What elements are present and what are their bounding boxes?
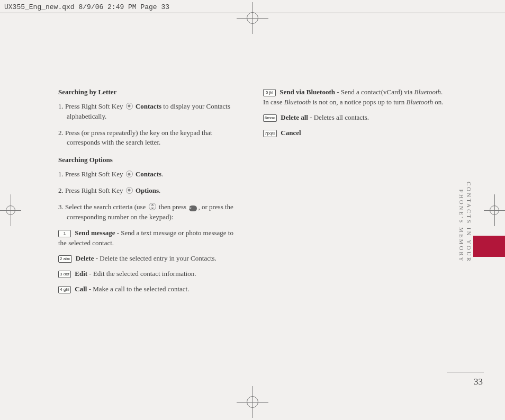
bluetooth-term: Bluetooth: [414, 88, 441, 96]
option-label: Send via Bluetooth: [279, 88, 335, 96]
step-text: 1. Press Right Soft Key: [58, 102, 125, 110]
step-text: then press: [159, 203, 188, 211]
softkey-icon: [126, 171, 133, 177]
option-desc: - Delete the selected entry in your Cont…: [94, 254, 216, 262]
keycap-3-icon: 3 def: [58, 271, 71, 278]
keycap-4-icon: 4 ghi: [58, 286, 71, 293]
option-desc: on.: [433, 98, 444, 106]
step-text: .: [159, 186, 160, 194]
option-label: Send message: [75, 229, 115, 237]
page-number: 33: [474, 377, 483, 387]
heading-searching-options: Searching Options: [58, 155, 242, 165]
option-delete-all: 6mno Delete all - Deletes all contacts.: [263, 113, 447, 123]
ok-icon: OK: [189, 205, 197, 211]
option-label: Edit: [75, 270, 87, 278]
heading-searching-by-letter: Searching by Letter: [58, 87, 242, 97]
option-label: Delete all: [281, 113, 308, 121]
options-step-2: 2. Press Right Soft Key Options.: [58, 186, 242, 196]
step-text: 1. Press Right Soft Key: [58, 170, 125, 178]
softkey-icon: [126, 187, 133, 194]
file-slug: UX355_Eng_new.qxd 8/9/06 2:49 PM Page 33: [4, 3, 169, 11]
registration-mark-top: [237, 2, 268, 34]
option-send-message: 1 Send message - Send a text message or …: [58, 228, 242, 248]
keycap-7-icon: 7pqrs: [263, 130, 277, 137]
keycap-1-icon: 1: [58, 230, 71, 237]
step-text: 3. Select the search criteria (use: [58, 203, 148, 211]
option-cancel: 7pqrs Cancel: [263, 128, 447, 138]
right-column: 5 jkl Send via Bluetooth - Send a contac…: [263, 87, 447, 300]
keycap-6-icon: 6mno: [263, 114, 277, 122]
option-label: Cancel: [281, 129, 301, 137]
options-step-1: 1. Press Right Soft Key Contacts.: [58, 169, 242, 180]
softkey-label: Options: [136, 186, 159, 194]
option-desc: - Edit the selected contact information.: [87, 270, 196, 278]
registration-mark-left: [0, 194, 21, 226]
running-head-line: CONTACTS IN YOUR: [466, 182, 472, 263]
page-content: Searching by Letter 1. Press Right Soft …: [21, 32, 484, 388]
trim-line: [0, 13, 505, 13]
option-send-bluetooth: 5 jkl Send via Bluetooth - Send a contac…: [263, 87, 447, 108]
option-call: 4 ghi Call - Make a call to the selected…: [58, 284, 242, 294]
bluetooth-term: Bluetooth: [284, 98, 311, 106]
softkey-label: Contacts: [136, 170, 161, 178]
option-desc: - Send a contact(vCard) via: [335, 88, 414, 96]
option-label: Delete: [76, 254, 94, 262]
options-step-3: 3. Select the search criteria (use then …: [58, 202, 242, 222]
registration-mark-right: [484, 194, 505, 226]
keycap-5-icon: 5 jkl: [263, 89, 276, 96]
left-column: Searching by Letter 1. Press Right Soft …: [58, 87, 242, 300]
step-text: 2. Press Right Soft Key: [58, 186, 125, 194]
softkey-icon: [126, 103, 133, 110]
option-desc: - Make a call to the selected contact.: [87, 285, 189, 293]
bluetooth-term: Bluetooth: [406, 98, 433, 106]
option-desc: is not on, a notice pops up to turn: [311, 98, 406, 106]
section-color-tab: [473, 236, 505, 257]
option-delete: 2 abc Delete - Delete the selected entry…: [58, 254, 242, 264]
option-edit: 3 def Edit - Edit the selected contact i…: [58, 269, 242, 279]
softkey-label: Contacts: [136, 102, 161, 110]
option-desc: - Deletes all contacts.: [308, 113, 369, 121]
option-label: Call: [75, 285, 87, 293]
step-2: 2. Press (or press repeatedly) the key o…: [58, 128, 242, 148]
registration-mark-bottom: [237, 386, 268, 418]
page-number-rule: [447, 372, 484, 372]
nav-updown-icon: [149, 203, 156, 210]
step-text: .: [161, 170, 163, 178]
step-1: 1. Press Right Soft Key Contacts to disp…: [58, 102, 242, 122]
running-head-line: PHONE'S MEMORY: [458, 190, 465, 263]
running-head: CONTACTS IN YOUR PHONE'S MEMORY: [458, 182, 472, 263]
keycap-2-icon: 2 abc: [58, 255, 72, 263]
